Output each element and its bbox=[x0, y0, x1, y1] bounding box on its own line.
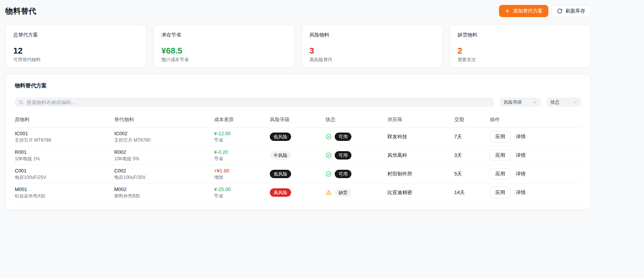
detail-button[interactable]: 详情 bbox=[513, 150, 529, 161]
stat-card-risk-materials: 风险物料 3 高风险替代 bbox=[302, 25, 443, 68]
cost-value: ¥-25.00 bbox=[214, 186, 270, 193]
lead-time-cell: 5天 bbox=[454, 171, 490, 177]
apply-button[interactable]: 应用 bbox=[490, 187, 510, 198]
cost-note: 增加 bbox=[214, 174, 270, 180]
actions-cell: 应用 详情 bbox=[490, 131, 581, 142]
supplier-cell: 联发科技 bbox=[387, 133, 454, 140]
panel-title: 物料替代方案 bbox=[15, 82, 581, 89]
apply-button[interactable]: 应用 bbox=[490, 168, 510, 180]
risk-badge: 低风险 bbox=[270, 170, 291, 178]
stat-value: 12 bbox=[13, 46, 139, 55]
col-lead-time: 交期 bbox=[454, 116, 490, 123]
search-input[interactable] bbox=[27, 100, 490, 105]
search-icon bbox=[19, 100, 24, 105]
stat-label: 总替代方案 bbox=[13, 32, 139, 38]
plus-icon bbox=[505, 8, 510, 14]
status-badge: 可用 bbox=[335, 151, 351, 160]
material-name: 铝合金外壳A型 bbox=[15, 193, 114, 199]
actions-cell: 应用 详情 bbox=[490, 187, 581, 198]
material-code: M002 bbox=[114, 186, 214, 193]
col-risk-level: 风险等级 bbox=[270, 116, 326, 123]
supplier-cell: 比亚迪精密 bbox=[387, 189, 454, 196]
stat-value: ¥68.5 bbox=[161, 46, 287, 55]
cost-note: 节省 bbox=[214, 137, 270, 143]
risk-level-cell: 低风险 bbox=[270, 133, 326, 141]
risk-level-cell: 中风险 bbox=[270, 151, 326, 160]
status-filter-label: 状态 bbox=[550, 99, 559, 106]
substitution-plans-panel: 物料替代方案 风险等级 状态 原物料 替代物料 成本差异 风险等级 状态 供应商… bbox=[5, 74, 591, 210]
topbar: 物料替代 添加替代方案 刷新库存 bbox=[5, 4, 591, 18]
original-material-cell: C001 电容100uF/25V bbox=[15, 167, 114, 180]
stat-cards: 总替代方案 12 可用替代物料 潜在节省 ¥68.5 预计成本节省 风险物料 3… bbox=[5, 25, 591, 68]
stat-label: 潜在节省 bbox=[161, 32, 287, 38]
actions-cell: 应用 详情 bbox=[490, 150, 581, 161]
page-title: 物料替代 bbox=[5, 6, 36, 16]
material-name: 主控芯片 MT6789 bbox=[15, 137, 114, 143]
status-cell: 可用 bbox=[326, 133, 387, 141]
chevron-down-icon bbox=[573, 100, 578, 104]
status-cell: 可用 bbox=[326, 151, 387, 160]
stat-sub: 高风险替代 bbox=[310, 57, 435, 63]
refresh-inventory-button[interactable]: 刷新库存 bbox=[551, 5, 591, 17]
detail-button[interactable]: 详情 bbox=[513, 187, 529, 198]
apply-button[interactable]: 应用 bbox=[490, 131, 510, 142]
status-cell: 缺货 bbox=[326, 188, 387, 197]
stat-sub: 需要关注 bbox=[458, 57, 583, 63]
cost-value: ¥-0.20 bbox=[214, 149, 270, 155]
risk-level-filter[interactable]: 风险等级 bbox=[500, 98, 541, 107]
table-row: IC001 主控芯片 MT6789 IC002 主控芯片 MT6790 ¥-12… bbox=[15, 128, 581, 146]
check-circle-icon bbox=[326, 152, 332, 158]
material-name: 10K电阻 1% bbox=[15, 156, 114, 162]
stat-value: 2 bbox=[458, 46, 583, 55]
material-code: R001 bbox=[15, 149, 114, 155]
col-status: 状态 bbox=[326, 116, 387, 123]
material-code: C001 bbox=[15, 167, 114, 174]
risk-badge: 高风险 bbox=[270, 188, 291, 197]
lead-time-cell: 7天 bbox=[454, 133, 490, 140]
actions-cell: 应用 详情 bbox=[490, 168, 581, 180]
substitute-material-cell: IC002 主控芯片 MT6790 bbox=[114, 130, 214, 143]
material-substitution-page: 物料替代 添加替代方案 刷新库存 总替代方案 12 可用替代物料 潜在节省 ¥6… bbox=[0, 0, 596, 210]
stat-value: 3 bbox=[310, 46, 435, 55]
stat-label: 风险物料 bbox=[310, 32, 435, 38]
cost-difference-cell: ¥-12.50 节省 bbox=[214, 130, 270, 143]
cost-difference-cell: ¥-0.20 节省 bbox=[214, 149, 270, 162]
check-circle-icon bbox=[326, 171, 332, 177]
cost-value: +¥1.80 bbox=[214, 167, 270, 174]
detail-button[interactable]: 详情 bbox=[513, 169, 529, 179]
supplier-cell: 风华高科 bbox=[387, 152, 454, 159]
cost-value: ¥-12.50 bbox=[214, 130, 270, 137]
material-name: 电容100uF/25V bbox=[15, 174, 114, 180]
risk-level-cell: 高风险 bbox=[270, 188, 326, 197]
table-header: 原物料 替代物料 成本差异 风险等级 状态 供应商 交期 操作 bbox=[15, 116, 581, 128]
material-code: R002 bbox=[114, 149, 214, 155]
refresh-icon bbox=[557, 8, 562, 14]
refresh-inventory-label: 刷新库存 bbox=[565, 8, 585, 14]
col-original-material: 原物料 bbox=[15, 116, 114, 123]
col-cost-difference: 成本差异 bbox=[214, 116, 270, 123]
lead-time-cell: 3天 bbox=[454, 152, 490, 159]
status-filter[interactable]: 状态 bbox=[546, 98, 581, 107]
detail-button[interactable]: 详情 bbox=[513, 131, 529, 142]
material-code: C002 bbox=[114, 167, 214, 174]
substitute-material-cell: R002 10K电阻 5% bbox=[114, 149, 214, 162]
material-name: 电容100uF/35V bbox=[114, 174, 214, 180]
risk-level-filter-label: 风险等级 bbox=[504, 99, 522, 106]
substitute-material-cell: C002 电容100uF/35V bbox=[114, 167, 214, 180]
add-substitution-button[interactable]: 添加替代方案 bbox=[499, 5, 548, 17]
table-row: R001 10K电阻 1% R002 10K电阻 5% ¥-0.20 节省 中风… bbox=[15, 146, 581, 165]
stat-card-potential-savings: 潜在节省 ¥68.5 预计成本节省 bbox=[153, 25, 294, 68]
material-code: IC001 bbox=[15, 130, 114, 137]
material-name: 主控芯片 MT6790 bbox=[114, 137, 214, 143]
table-toolbar: 风险等级 状态 bbox=[15, 98, 581, 107]
table-row: C001 电容100uF/25V C002 电容100uF/35V +¥1.80… bbox=[15, 165, 581, 183]
material-name: 塑料外壳B型 bbox=[114, 193, 214, 199]
apply-button[interactable]: 应用 bbox=[490, 150, 510, 161]
topbar-actions: 添加替代方案 刷新库存 bbox=[499, 5, 591, 17]
stat-sub: 可用替代物料 bbox=[13, 57, 139, 63]
status-badge: 缺货 bbox=[335, 188, 351, 197]
substitute-material-cell: M002 塑料外壳B型 bbox=[114, 186, 214, 199]
status-badge: 可用 bbox=[335, 133, 351, 141]
material-name: 10K电阻 5% bbox=[114, 156, 214, 162]
add-substitution-label: 添加替代方案 bbox=[513, 8, 543, 14]
